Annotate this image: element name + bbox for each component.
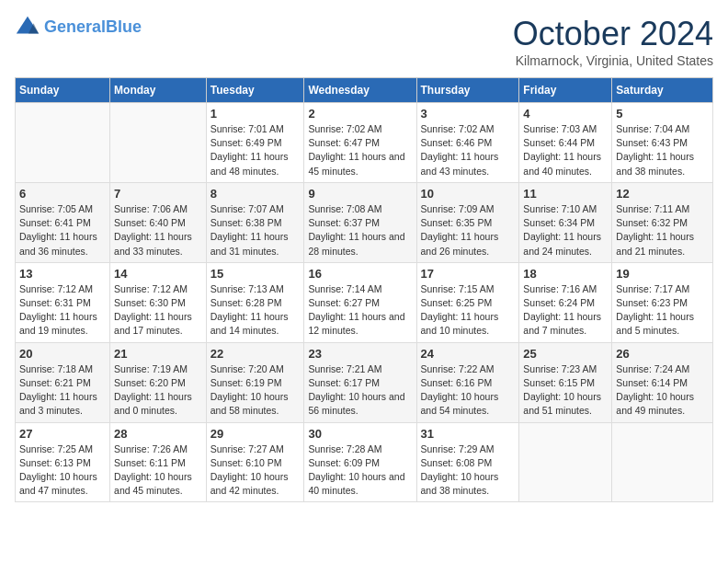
day-info: Sunrise: 7:01 AM Sunset: 6:49 PM Dayligh… (210, 122, 301, 178)
day-info: Sunrise: 7:13 AM Sunset: 6:28 PM Dayligh… (210, 282, 301, 339)
day-info: Sunrise: 7:11 AM Sunset: 6:32 PM Dayligh… (616, 202, 709, 259)
calendar-cell: 18Sunrise: 7:16 AM Sunset: 6:24 PM Dayli… (519, 262, 612, 342)
calendar-cell: 8Sunrise: 7:07 AM Sunset: 6:38 PM Daylig… (206, 182, 304, 262)
day-number: 23 (308, 347, 412, 361)
calendar-cell (16, 103, 110, 183)
weekday-header: Friday (519, 78, 612, 103)
calendar-week-row: 13Sunrise: 7:12 AM Sunset: 6:31 PM Dayli… (16, 262, 713, 342)
day-info: Sunrise: 7:24 AM Sunset: 6:14 PM Dayligh… (616, 362, 709, 419)
day-number: 4 (523, 107, 608, 121)
day-info: Sunrise: 7:05 AM Sunset: 6:41 PM Dayligh… (19, 202, 106, 259)
day-number: 8 (210, 187, 301, 201)
logo-text: GeneralBlue (44, 18, 142, 37)
logo: GeneralBlue (15, 15, 142, 40)
weekday-header: Monday (110, 78, 207, 103)
day-info: Sunrise: 7:20 AM Sunset: 6:19 PM Dayligh… (210, 362, 301, 419)
day-info: Sunrise: 7:27 AM Sunset: 6:10 PM Dayligh… (210, 442, 301, 499)
day-info: Sunrise: 7:21 AM Sunset: 6:17 PM Dayligh… (308, 362, 412, 419)
calendar-cell: 13Sunrise: 7:12 AM Sunset: 6:31 PM Dayli… (16, 262, 110, 342)
day-info: Sunrise: 7:18 AM Sunset: 6:21 PM Dayligh… (19, 362, 106, 419)
day-info: Sunrise: 7:25 AM Sunset: 6:13 PM Dayligh… (19, 442, 106, 499)
day-number: 27 (19, 427, 106, 441)
day-number: 22 (210, 347, 301, 361)
day-number: 12 (616, 187, 709, 201)
day-number: 7 (114, 187, 202, 201)
logo-icon (15, 15, 40, 40)
calendar-cell: 7Sunrise: 7:06 AM Sunset: 6:40 PM Daylig… (110, 182, 207, 262)
calendar-cell: 28Sunrise: 7:26 AM Sunset: 6:11 PM Dayli… (110, 422, 207, 502)
day-info: Sunrise: 7:19 AM Sunset: 6:20 PM Dayligh… (114, 362, 202, 419)
day-number: 1 (210, 107, 301, 121)
calendar-cell: 23Sunrise: 7:21 AM Sunset: 6:17 PM Dayli… (304, 342, 416, 422)
calendar-cell: 31Sunrise: 7:29 AM Sunset: 6:08 PM Dayli… (416, 422, 519, 502)
calendar-week-row: 6Sunrise: 7:05 AM Sunset: 6:41 PM Daylig… (16, 182, 713, 262)
day-number: 19 (616, 267, 709, 281)
day-info: Sunrise: 7:26 AM Sunset: 6:11 PM Dayligh… (114, 442, 202, 499)
day-number: 17 (421, 267, 516, 281)
day-info: Sunrise: 7:14 AM Sunset: 6:27 PM Dayligh… (308, 282, 412, 339)
calendar-cell: 30Sunrise: 7:28 AM Sunset: 6:09 PM Dayli… (304, 422, 416, 502)
calendar-cell: 4Sunrise: 7:03 AM Sunset: 6:44 PM Daylig… (519, 103, 612, 183)
calendar-table: SundayMondayTuesdayWednesdayThursdayFrid… (15, 77, 713, 502)
day-info: Sunrise: 7:12 AM Sunset: 6:31 PM Dayligh… (19, 282, 106, 339)
day-number: 26 (616, 347, 709, 361)
calendar-cell: 19Sunrise: 7:17 AM Sunset: 6:23 PM Dayli… (612, 262, 713, 342)
day-info: Sunrise: 7:12 AM Sunset: 6:30 PM Dayligh… (114, 282, 202, 339)
day-number: 6 (19, 187, 106, 201)
day-number: 24 (421, 347, 516, 361)
day-info: Sunrise: 7:22 AM Sunset: 6:16 PM Dayligh… (421, 362, 516, 419)
calendar-cell: 29Sunrise: 7:27 AM Sunset: 6:10 PM Dayli… (206, 422, 304, 502)
page-header: GeneralBlue October 2024 Kilmarnock, Vir… (15, 15, 713, 68)
day-number: 9 (308, 187, 412, 201)
day-number: 14 (114, 267, 202, 281)
weekday-header: Sunday (16, 78, 110, 103)
calendar-cell (612, 422, 713, 502)
calendar-cell: 14Sunrise: 7:12 AM Sunset: 6:30 PM Dayli… (110, 262, 207, 342)
logo-line2: Blue (106, 17, 142, 36)
calendar-cell: 15Sunrise: 7:13 AM Sunset: 6:28 PM Dayli… (206, 262, 304, 342)
day-info: Sunrise: 7:15 AM Sunset: 6:25 PM Dayligh… (421, 282, 516, 339)
day-number: 2 (308, 107, 412, 121)
day-info: Sunrise: 7:07 AM Sunset: 6:38 PM Dayligh… (210, 202, 301, 259)
calendar-cell: 5Sunrise: 7:04 AM Sunset: 6:43 PM Daylig… (612, 103, 713, 183)
day-number: 11 (523, 187, 608, 201)
day-number: 28 (114, 427, 202, 441)
calendar-week-row: 27Sunrise: 7:25 AM Sunset: 6:13 PM Dayli… (16, 422, 713, 502)
day-number: 5 (616, 107, 709, 121)
calendar-cell: 1Sunrise: 7:01 AM Sunset: 6:49 PM Daylig… (206, 103, 304, 183)
day-info: Sunrise: 7:02 AM Sunset: 6:47 PM Dayligh… (308, 122, 412, 178)
weekday-header: Thursday (416, 78, 519, 103)
day-number: 31 (421, 427, 516, 441)
calendar-cell: 22Sunrise: 7:20 AM Sunset: 6:19 PM Dayli… (206, 342, 304, 422)
day-number: 3 (421, 107, 516, 121)
day-info: Sunrise: 7:17 AM Sunset: 6:23 PM Dayligh… (616, 282, 709, 339)
day-number: 25 (523, 347, 608, 361)
calendar-cell: 16Sunrise: 7:14 AM Sunset: 6:27 PM Dayli… (304, 262, 416, 342)
day-number: 20 (19, 347, 106, 361)
weekday-header-row: SundayMondayTuesdayWednesdayThursdayFrid… (16, 78, 713, 103)
day-info: Sunrise: 7:04 AM Sunset: 6:43 PM Dayligh… (616, 122, 709, 178)
calendar-cell: 25Sunrise: 7:23 AM Sunset: 6:15 PM Dayli… (519, 342, 612, 422)
day-info: Sunrise: 7:08 AM Sunset: 6:37 PM Dayligh… (308, 202, 412, 259)
calendar-cell: 26Sunrise: 7:24 AM Sunset: 6:14 PM Dayli… (612, 342, 713, 422)
day-number: 10 (421, 187, 516, 201)
day-info: Sunrise: 7:02 AM Sunset: 6:46 PM Dayligh… (421, 122, 516, 178)
day-number: 15 (210, 267, 301, 281)
calendar-cell: 27Sunrise: 7:25 AM Sunset: 6:13 PM Dayli… (16, 422, 110, 502)
day-info: Sunrise: 7:09 AM Sunset: 6:35 PM Dayligh… (421, 202, 516, 259)
day-info: Sunrise: 7:23 AM Sunset: 6:15 PM Dayligh… (523, 362, 608, 419)
day-info: Sunrise: 7:16 AM Sunset: 6:24 PM Dayligh… (523, 282, 608, 339)
title-block: October 2024 Kilmarnock, Virginia, Unite… (513, 15, 713, 68)
calendar-cell: 20Sunrise: 7:18 AM Sunset: 6:21 PM Dayli… (16, 342, 110, 422)
calendar-cell (110, 103, 207, 183)
logo-line1: General (44, 17, 106, 36)
weekday-header: Wednesday (304, 78, 416, 103)
day-info: Sunrise: 7:10 AM Sunset: 6:34 PM Dayligh… (523, 202, 608, 259)
calendar-week-row: 1Sunrise: 7:01 AM Sunset: 6:49 PM Daylig… (16, 103, 713, 183)
day-info: Sunrise: 7:06 AM Sunset: 6:40 PM Dayligh… (114, 202, 202, 259)
weekday-header: Tuesday (206, 78, 304, 103)
calendar-cell: 17Sunrise: 7:15 AM Sunset: 6:25 PM Dayli… (416, 262, 519, 342)
calendar-cell: 2Sunrise: 7:02 AM Sunset: 6:47 PM Daylig… (304, 103, 416, 183)
day-info: Sunrise: 7:29 AM Sunset: 6:08 PM Dayligh… (421, 442, 516, 499)
day-info: Sunrise: 7:03 AM Sunset: 6:44 PM Dayligh… (523, 122, 608, 178)
